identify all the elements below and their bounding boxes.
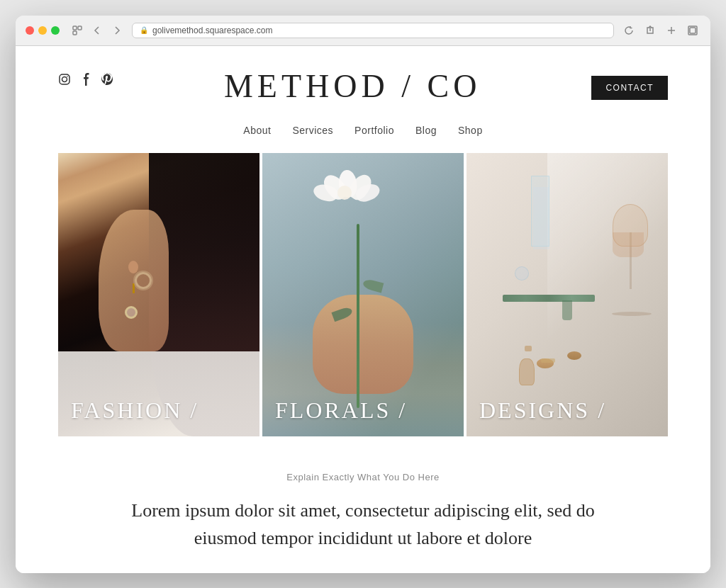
gallery-item-fashion[interactable]: FASHION / — [58, 153, 259, 436]
gallery-grid: FASHION / — [58, 153, 668, 436]
back-button[interactable] — [89, 24, 105, 37]
section-subtitle: Explain Exactly What You Do Here — [58, 472, 668, 482]
svg-point-10 — [67, 76, 68, 77]
nav-services[interactable]: Services — [292, 125, 333, 136]
maximize-button[interactable] — [51, 26, 60, 35]
svg-rect-8 — [60, 74, 69, 84]
svg-point-9 — [62, 77, 67, 81]
svg-rect-1 — [78, 26, 82, 30]
forward-button[interactable] — [109, 24, 125, 37]
lock-icon: 🔒 — [140, 26, 148, 34]
site-header: METHOD / CO CONTACT — [16, 46, 710, 116]
reload-button[interactable] — [621, 23, 637, 38]
browser-chrome: 🔒 golivemethod.squarespace.com — [16, 16, 710, 46]
social-icons — [58, 67, 113, 86]
site-nav: About Services Portfolio Blog Shop — [16, 116, 710, 153]
window-icon-button[interactable] — [69, 24, 85, 37]
url-display: golivemethod.squarespace.com — [152, 26, 272, 35]
instagram-icon[interactable] — [58, 73, 71, 86]
close-button[interactable] — [26, 26, 34, 35]
svg-rect-0 — [73, 26, 77, 30]
facebook-icon[interactable] — [79, 73, 92, 86]
website-content: METHOD / CO CONTACT About Services Portf… — [16, 46, 710, 573]
gallery-item-florals[interactable]: FLORALS / — [262, 153, 464, 436]
site-title-area: METHOD / CO — [113, 67, 591, 116]
section-below: Explain Exactly What You Do Here Lorem i… — [16, 436, 710, 573]
gallery-label-fashion: FASHION / — [71, 397, 199, 424]
svg-rect-2 — [73, 31, 77, 35]
pinterest-icon[interactable] — [101, 73, 113, 86]
traffic-lights — [26, 26, 60, 35]
contact-button[interactable]: CONTACT — [591, 76, 668, 100]
new-tab-button[interactable] — [664, 23, 679, 38]
section-body-text: Lorem ipsum dolor sit amet, consectetur … — [122, 497, 604, 552]
site-title: METHOD / CO — [113, 67, 591, 105]
minimize-button[interactable] — [38, 26, 47, 35]
tabs-button[interactable] — [685, 23, 700, 38]
nav-about[interactable]: About — [243, 125, 271, 136]
svg-rect-7 — [690, 28, 696, 33]
gallery-label-florals: FLORALS / — [275, 397, 407, 424]
nav-blog[interactable]: Blog — [415, 125, 437, 136]
browser-actions — [621, 23, 700, 38]
share-button[interactable] — [642, 23, 658, 38]
address-bar[interactable]: 🔒 golivemethod.squarespace.com — [132, 23, 614, 38]
gallery-item-designs[interactable]: DESIGNS / — [467, 153, 668, 436]
gallery-label-designs: DESIGNS / — [479, 397, 606, 424]
nav-portfolio[interactable]: Portfolio — [354, 125, 394, 136]
nav-shop[interactable]: Shop — [458, 125, 483, 136]
browser-window: 🔒 golivemethod.squarespace.com — [16, 16, 710, 573]
browser-controls — [69, 24, 125, 37]
